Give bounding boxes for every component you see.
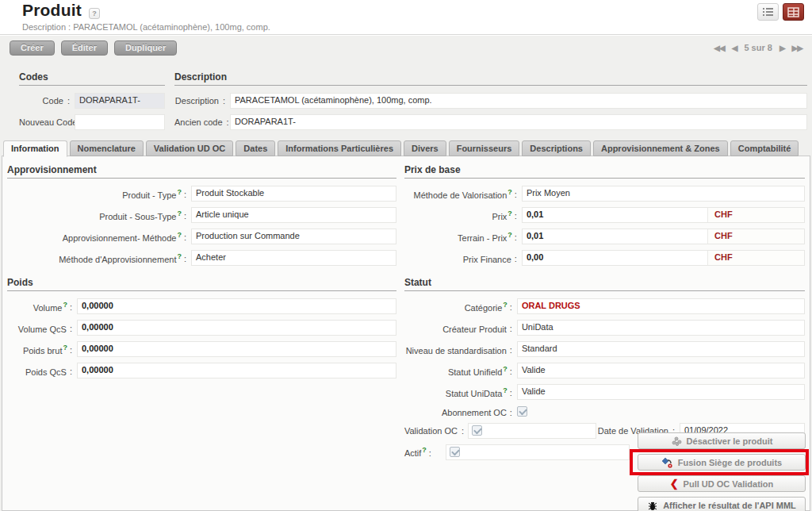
standardization-label: Niveau de standardisation:	[404, 344, 517, 355]
category-value[interactable]: ORAL DRUGS	[517, 298, 805, 314]
price-label: Prix?:	[404, 209, 522, 221]
tab-descriptions[interactable]: Descriptions	[522, 140, 591, 156]
unifield-status-value[interactable]: Valide	[517, 363, 805, 378]
weight-qcs-value[interactable]: 0,00000	[77, 363, 396, 378]
code-label: Code :	[19, 96, 75, 106]
tab-fournisseurs[interactable]: Fournisseurs	[449, 140, 520, 156]
form-view-button[interactable]	[783, 3, 804, 21]
deactivate-product-button[interactable]: Désactiver le produit	[638, 432, 806, 449]
statut-title: Statut	[404, 277, 805, 291]
price-row: Prix?: 0,01 CHF	[404, 207, 805, 223]
description-value[interactable]: PARACETAMOL (acétaminophène), 100mg, com…	[230, 93, 807, 109]
creator-value[interactable]: UniData	[517, 320, 805, 336]
pager-prev-icon[interactable]: ◀	[732, 44, 737, 52]
pager-next-icon[interactable]: ▶	[779, 44, 785, 52]
oc-subscription-label: Abonnement OC:	[404, 405, 517, 417]
field-price-value[interactable]: 0,01	[523, 229, 707, 244]
action-buttons-stack: Désactiver le produit Fusion Siège de pr…	[638, 432, 806, 511]
description-group: Description Description : PARACETAMOL (a…	[174, 71, 807, 136]
tab-divers[interactable]: Divers	[404, 140, 446, 156]
supply-method-value[interactable]: Acheter	[191, 250, 396, 266]
unidata-status-row: Statut UniData?: Valide	[404, 384, 805, 400]
finance-price-value[interactable]: 0,00	[523, 251, 707, 265]
red-chevron-icon: ❮	[670, 478, 679, 490]
finance-price-field: 0,00 CHF	[522, 250, 805, 266]
duplicate-button[interactable]: Dupliquer	[114, 40, 177, 56]
code-row: Code : DORAPARA1T-	[19, 93, 165, 109]
gross-weight-value[interactable]: 0,00000	[77, 341, 396, 357]
create-button[interactable]: Créer	[10, 40, 55, 56]
tab-dates[interactable]: Dates	[236, 140, 275, 156]
product-type-label: Produit - Type?:	[7, 188, 191, 200]
new-code-value[interactable]	[75, 114, 165, 130]
product-subtype-value[interactable]: Article unique	[191, 207, 396, 223]
tab-approvisionnement-zones[interactable]: Approvisionnement & Zones	[593, 140, 728, 156]
oc-subscription-row: Abonnement OC:	[404, 405, 805, 417]
tab-informations-particulieres[interactable]: Informations Particulières	[278, 140, 401, 156]
approvisionnement-group: Approvisionnement Produit - Type?: Produ…	[7, 164, 396, 266]
tab-comptabilite[interactable]: Comptabilité	[730, 140, 799, 156]
view-switcher	[757, 3, 804, 21]
unidata-status-value[interactable]: Valide	[517, 384, 805, 400]
record-subtitle: Description : PARACETAMOL (acétaminophèn…	[22, 22, 270, 32]
active-checkbox[interactable]	[450, 447, 460, 457]
price-value[interactable]: 0,01	[523, 208, 707, 222]
product-type-value[interactable]: Produit Stockable	[191, 186, 396, 202]
new-code-label: Nouveau Code :	[19, 117, 75, 127]
panel-left-column: Approvisionnement Produit - Type?: Produ…	[7, 163, 396, 466]
page-title: Produit	[22, 1, 82, 20]
price-field: 0,01 CHF	[522, 207, 805, 223]
finance-price-label: Prix Finance:	[404, 252, 522, 264]
finance-price-row: Prix Finance: 0,00 CHF	[404, 250, 805, 266]
codes-group: Codes Code : DORAPARA1T- Nouveau Code :	[19, 71, 165, 136]
tab-validation-ud-oc[interactable]: Validation UD OC	[146, 140, 233, 156]
tab-nomenclature[interactable]: Nomenclature	[70, 140, 144, 156]
category-label: Catégorie?:	[404, 301, 517, 313]
identification-section: Codes Code : DORAPARA1T- Nouveau Code : …	[19, 71, 807, 136]
field-price-currency: CHF	[707, 229, 804, 244]
edit-button[interactable]: Éditer	[61, 40, 108, 56]
pager-count: 5 sur 8	[744, 43, 772, 52]
active-field	[446, 444, 630, 460]
tab-information[interactable]: Information	[3, 140, 67, 157]
field-price-label: Terrain - Prix?:	[404, 231, 522, 243]
code-value[interactable]: DORAPARA1T-	[75, 93, 165, 109]
old-code-value[interactable]: DORAPARA1T-	[230, 114, 807, 130]
show-api-mml-result-button[interactable]: Afficher le résultat de l'API MML	[638, 497, 806, 511]
record-pager: ◀◀ ◀ 5 sur 8 ▶ ▶▶	[714, 43, 802, 52]
product-form-window: Produit ? Description : PARACETAMOL (acé…	[0, 0, 812, 511]
field-price-field: 0,01 CHF	[522, 229, 805, 244]
list-view-icon	[762, 7, 774, 17]
oc-subscription-checkbox[interactable]	[517, 406, 527, 417]
product-subtype-row: Produit - Sous-Type?: Article unique	[7, 207, 396, 223]
volume-label: Volume?:	[7, 301, 77, 313]
volume-value[interactable]: 0,00000	[77, 298, 396, 314]
weight-qcs-label: Poids QcS:	[7, 365, 77, 377]
oc-validation-checkbox[interactable]	[472, 425, 482, 436]
field-price-row: Terrain - Prix?: 0,01 CHF	[404, 229, 805, 244]
creator-label: Créateur Produit:	[404, 322, 517, 334]
gross-weight-label: Poids brut?:	[7, 344, 77, 355]
pager-first-icon[interactable]: ◀◀	[714, 44, 724, 52]
record-toolbar: Créer Éditer Dupliquer ◀◀ ◀ 5 sur 8 ▶ ▶▶	[0, 36, 812, 60]
finance-price-currency: CHF	[707, 251, 804, 265]
merge-hq-products-button[interactable]: Fusion Siège de produits	[638, 454, 806, 471]
page-header: Produit ? Description : PARACETAMOL (acé…	[0, 0, 812, 35]
description-label: Description :	[174, 96, 230, 106]
category-row: Catégorie?: ORAL DRUGS	[404, 298, 805, 314]
approvisionnement-title: Approvisionnement	[7, 164, 396, 179]
pager-last-icon[interactable]: ▶▶	[792, 44, 802, 52]
creator-row: Créateur Produit: UniData	[404, 320, 805, 336]
price-currency: CHF	[707, 208, 804, 222]
old-code-label: Ancien code :	[174, 117, 230, 127]
pull-ud-oc-validation-button[interactable]: ❮ Pull UD OC Validation	[638, 475, 806, 492]
standardization-value[interactable]: Standard	[517, 341, 805, 357]
valuation-method-value[interactable]: Prix Moyen	[522, 186, 805, 202]
procure-method-value[interactable]: Production sur Commande	[191, 229, 396, 244]
product-subtype-label: Produit - Sous-Type?:	[7, 209, 191, 221]
supply-method-row: Méthode d'Approvisionnement?: Acheter	[7, 250, 396, 266]
form-view-icon	[787, 7, 799, 17]
volume-qcs-value[interactable]: 0,00000	[77, 320, 396, 336]
active-label: Actif?:	[404, 446, 446, 458]
list-view-button[interactable]	[757, 3, 779, 21]
